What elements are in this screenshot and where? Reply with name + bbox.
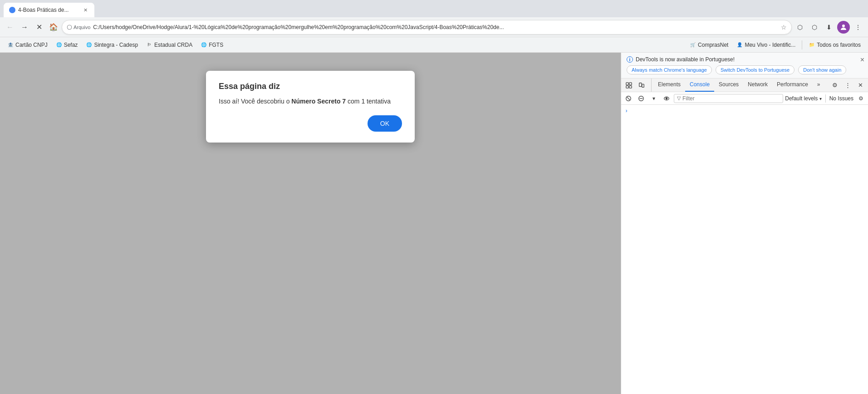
bookmark-favicon-todos: 📁 [809, 42, 815, 48]
svg-rect-5 [639, 83, 642, 86]
console-toolbar: ▾ ▽ Default levels ▾ No Issues ⚙ [621, 92, 868, 105]
inspect-element-button[interactable] [623, 79, 635, 91]
device-toggle-button[interactable] [636, 79, 647, 91]
bookmark-favicon-estadual: 🏳 [146, 42, 152, 48]
main-area: Essa página diz Isso aí! Você descobriu … [0, 53, 868, 394]
switch-devtools-language-button[interactable]: Switch DevTools to Portuguese [716, 65, 794, 74]
forward-button[interactable]: → [18, 21, 31, 34]
devtools-banner-buttons: Always match Chrome's language Switch De… [627, 65, 863, 74]
toolbar-right-buttons: ⬡ ⬡ ⬇ ⋮ [794, 21, 864, 34]
devtools-settings-button[interactable]: ⚙ [829, 79, 841, 91]
bookmark-favicon-meu-vivo: 👤 [736, 42, 743, 48]
tab-more[interactable]: » [813, 78, 825, 92]
bookmark-label: Cartão CNPJ [15, 42, 48, 48]
bookmark-label: FGTS [209, 42, 223, 48]
devtools-toolbar-right: ⚙ ⋮ ✕ [827, 79, 866, 91]
downloads-button[interactable]: ⬇ [823, 21, 835, 34]
menu-button[interactable]: ⋮ [852, 21, 864, 34]
console-filter-input[interactable] [682, 95, 780, 102]
svg-point-0 [842, 25, 845, 27]
reload-button[interactable]: ✕ [33, 21, 45, 34]
bookmark-star-icon[interactable]: ☆ [781, 24, 787, 31]
browser-tab[interactable]: 4-Boas Práticas de... ✕ [4, 3, 94, 17]
console-issues-count: No Issues [829, 95, 853, 102]
console-filter-container[interactable]: ▽ [674, 94, 783, 103]
svg-rect-3 [626, 85, 628, 88]
console-issues-settings-button[interactable]: ⚙ [855, 93, 866, 104]
back-button[interactable]: ← [4, 21, 16, 34]
devtools-panel: i DevTools is now available in Portugues… [621, 53, 868, 394]
bookmark-label: Sintegra - Cadesp [94, 42, 138, 48]
console-levels-selector[interactable]: Default levels ▾ [785, 95, 821, 102]
dont-show-again-button[interactable]: Don't show again [798, 65, 846, 74]
info-icon: i [627, 56, 633, 63]
dialog-footer: OK [219, 115, 402, 132]
filter-icon: ▽ [677, 95, 681, 101]
bookmark-favicon-sintegra: 🌐 [86, 42, 92, 48]
tab-close-button[interactable]: ✕ [82, 6, 89, 14]
browser-toolbar: ← → ✕ 🏠 Arquivo C:/Users/hodge/OneDrive/… [0, 17, 868, 37]
devtools-toolbar-left [623, 79, 652, 92]
console-clear-button[interactable] [623, 93, 634, 104]
console-block-button[interactable] [636, 93, 647, 104]
dialog-ok-button[interactable]: OK [368, 115, 402, 132]
tab-title: 4-Boas Práticas de... [18, 7, 79, 13]
browser-frame: 4-Boas Práticas de... ✕ ← → ✕ 🏠 Arquivo … [0, 0, 868, 394]
bookmark-meu-vivo[interactable]: 👤 Meu Vivo - Identific... [733, 40, 799, 50]
bookmark-label: ComprasNet [698, 42, 728, 48]
console-chevron-icon[interactable]: › [621, 107, 632, 115]
protocol-label: Arquivo [67, 25, 90, 30]
bookmark-label: Estadual CRDA [154, 42, 192, 48]
bookmark-favicon-comprasnet: 🛒 [690, 42, 696, 48]
bookmark-label: Sefaz [64, 42, 78, 48]
tab-performance[interactable]: Performance [772, 78, 813, 92]
tab-console[interactable]: Console [685, 78, 714, 92]
bookmark-label: Meu Vivo - Identific... [745, 42, 795, 48]
console-dropdown-button[interactable]: ▾ [648, 93, 659, 104]
dialog-message: Isso aí! Você descobriu o Número Secreto… [219, 97, 402, 106]
dialog-message-bold: Número Secreto 7 [291, 98, 346, 105]
bookmarks-bar: 🏦 Cartão CNPJ 🌐 Sefaz 🌐 Sintegra - Cades… [0, 37, 868, 53]
page-content: Essa página diz Isso aí! Você descobriu … [0, 53, 621, 394]
bookmark-favicon-sefaz: 🌐 [56, 42, 62, 48]
svg-rect-2 [629, 82, 632, 84]
devtools-banner-title-row: i DevTools is now available in Portugues… [627, 56, 863, 63]
tab-elements[interactable]: Elements [653, 78, 685, 92]
dialog-box: Essa página diz Isso aí! Você descobriu … [206, 71, 415, 143]
devtools-banner-close-button[interactable]: × [860, 56, 864, 64]
address-bar[interactable]: Arquivo C:/Users/hodge/OneDrive/Hodge/Al… [62, 20, 792, 34]
devtools-banner: i DevTools is now available in Portugues… [621, 53, 868, 79]
devtools-close-panel-button[interactable]: ✕ [854, 79, 866, 91]
extensions-button[interactable]: ⬡ [794, 21, 806, 34]
tab-network[interactable]: Network [743, 78, 772, 92]
console-separator [825, 94, 826, 103]
profile-button[interactable] [837, 21, 850, 34]
bookmark-comprasnet[interactable]: 🛒 ComprasNet [686, 40, 732, 50]
tab-bar: 4-Boas Práticas de... ✕ [0, 0, 868, 17]
svg-rect-1 [626, 82, 628, 84]
dialog-title: Essa página diz [219, 82, 402, 91]
home-button[interactable]: 🏠 [47, 21, 60, 34]
dialog-message-prefix: Isso aí! Você descobriu o [219, 98, 291, 105]
devtools-toolbar: Elements Console Sources Network Perform… [621, 79, 868, 92]
bookmark-fgts[interactable]: 🌐 FGTS [197, 40, 227, 50]
always-match-language-button[interactable]: Always match Chrome's language [627, 65, 712, 74]
bookmark-favicon-cartao-cnpj: 🏦 [7, 42, 14, 48]
svg-point-12 [666, 98, 667, 99]
tab-sources[interactable]: Sources [714, 78, 743, 92]
bookmark-estadual-crda[interactable]: 🏳 Estadual CRDA [142, 40, 196, 50]
bookmark-cartao-cnpj[interactable]: 🏦 Cartão CNPJ [4, 40, 51, 50]
dialog-message-suffix: com 1 tentativa [346, 98, 391, 105]
bookmark-sefaz[interactable]: 🌐 Sefaz [52, 40, 82, 50]
svg-line-8 [627, 97, 630, 100]
bookmark-todos-favoritos[interactable]: 📁 Todos os favoritos [805, 40, 864, 50]
devtools-tabs: Elements Console Sources Network Perform… [652, 79, 827, 92]
console-levels-arrow-icon: ▾ [819, 96, 822, 101]
devtools-more-button[interactable]: ⋮ [842, 79, 853, 91]
console-eye-button[interactable] [661, 93, 672, 104]
bookmark-favicon-fgts: 🌐 [201, 42, 207, 48]
url-text: C:/Users/hodge/OneDrive/Hodge/Alura/1-%2… [93, 24, 778, 30]
bookmark-sintegra[interactable]: 🌐 Sintegra - Cadesp [82, 40, 142, 50]
svg-rect-4 [629, 85, 632, 88]
cast-button[interactable]: ⬡ [808, 21, 821, 34]
